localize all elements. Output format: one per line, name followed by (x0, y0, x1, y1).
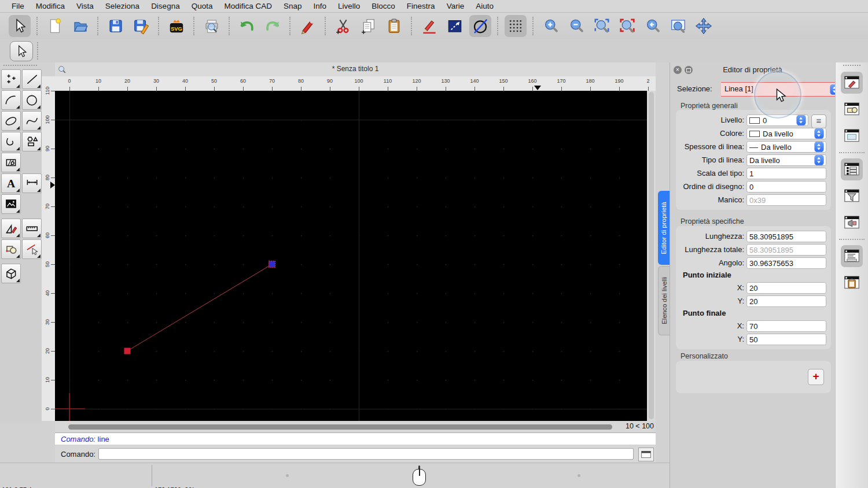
drawing-canvas[interactable] (55, 91, 647, 421)
input-y[interactable]: 20 (746, 295, 826, 307)
library-browser-panel-toggle[interactable] (841, 125, 863, 147)
tool-ellipse-button[interactable] (1, 111, 21, 131)
line-end-reference-point[interactable] (269, 261, 275, 268)
tool-image-button[interactable] (1, 194, 21, 214)
layer-list-panel-toggle[interactable] (841, 158, 863, 180)
stepper-icon[interactable] (815, 128, 823, 138)
add-custom-property-button[interactable]: + (808, 369, 824, 385)
input-x[interactable]: 70 (746, 320, 826, 332)
menu-livello[interactable]: Livello (332, 0, 366, 13)
zoom-in-button[interactable] (540, 15, 562, 37)
tab-property-editor[interactable]: Editor di proprietà (658, 191, 670, 265)
undo-button[interactable] (236, 15, 258, 37)
svg-export-button[interactable]: SVG (165, 15, 187, 37)
custom-properties-group: + (676, 361, 831, 393)
command-input[interactable] (98, 448, 634, 460)
vertical-scrollbar-thumb[interactable] (649, 92, 654, 419)
menu-disegna[interactable]: Disegna (145, 0, 186, 13)
tool-arc-button[interactable] (1, 90, 21, 110)
input-ordine-di-disegno[interactable]: 0 (746, 181, 826, 193)
eraser-button[interactable] (297, 15, 319, 37)
selected-line-entity[interactable] (127, 264, 272, 351)
zoom-out-button[interactable] (565, 15, 587, 37)
input-lunghezza[interactable]: 58.30951895 (746, 231, 826, 242)
view-list-panel-toggle[interactable] (841, 212, 863, 234)
combo-colore[interactable]: Da livello (746, 128, 826, 139)
horizontal-scrollbar[interactable] (55, 421, 656, 432)
menu-aiuto[interactable]: Aiuto (470, 0, 499, 13)
tool-spline-button[interactable] (22, 111, 42, 131)
combo-tipo-di-linea[interactable]: Da livello (746, 154, 826, 166)
cut-button[interactable] (332, 15, 354, 37)
pan-button[interactable] (693, 15, 715, 37)
interrupt-button[interactable] (469, 15, 491, 37)
menu-modifica[interactable]: Modifica (30, 0, 71, 13)
tool-edit-entity-button[interactable] (22, 239, 42, 259)
print-preview-button[interactable] (201, 15, 223, 37)
input-x[interactable]: 20 (746, 282, 826, 294)
selection-filter-panel-toggle[interactable] (841, 185, 863, 207)
tool-dimension-button[interactable] (22, 173, 42, 193)
menu-snap[interactable]: Snap (278, 0, 308, 13)
open-file-button[interactable] (69, 15, 91, 37)
tool-polygon-button[interactable] (22, 132, 42, 151)
paste-button[interactable] (383, 15, 405, 37)
tool-circle-button[interactable] (22, 90, 42, 110)
command-window-toggle-button[interactable] (638, 448, 654, 461)
stepper-icon[interactable] (815, 142, 823, 151)
save-button[interactable] (105, 15, 127, 37)
zoom-auto-button[interactable] (591, 15, 613, 37)
zoom-previous-button[interactable] (642, 15, 664, 37)
new-file-button[interactable] (44, 15, 66, 37)
selection-dropdown[interactable]: Linea [1] (721, 82, 841, 97)
input-manico[interactable]: 0x39 (746, 194, 826, 206)
input-lunghezza-totale[interactable]: 58.30951895 (746, 244, 826, 256)
copy-button[interactable] (358, 15, 380, 37)
tool-points-button[interactable] (1, 69, 21, 89)
edit-selection-button[interactable] (444, 15, 466, 37)
combo-livello[interactable]: 0 (746, 114, 808, 126)
tool-block-button[interactable] (1, 239, 21, 259)
layer-menu-button[interactable]: ≡ (811, 114, 826, 128)
draw-order-button[interactable] (418, 15, 440, 37)
menu-varie[interactable]: Varie (441, 0, 470, 13)
stepper-icon[interactable] (815, 155, 823, 165)
input-y[interactable]: 50 (746, 334, 826, 345)
selection-mode-button[interactable] (10, 41, 33, 61)
redo-button[interactable] (262, 15, 284, 37)
tool-modify-button[interactable] (1, 219, 21, 238)
menu-vista[interactable]: Vista (71, 0, 100, 13)
input-angolo[interactable]: 30.96375653 (746, 257, 826, 269)
block-list-panel-toggle[interactable] (841, 98, 863, 120)
tab-layer-list[interactable]: Elenco dei livelli (658, 266, 670, 335)
menu-file[interactable]: File (6, 0, 30, 13)
zoom-selection-button[interactable] (616, 15, 638, 37)
v-ruler-tick (51, 264, 55, 265)
tool-polyline-button[interactable] (1, 132, 21, 151)
menu-blocco[interactable]: Blocco (366, 0, 401, 13)
menu-info[interactable]: Info (308, 0, 333, 13)
horizontal-scrollbar-thumb[interactable] (68, 424, 612, 430)
property-editor-panel-toggle[interactable] (841, 72, 863, 94)
stepper-icon[interactable] (797, 115, 806, 125)
input-value: 58.30951895 (749, 246, 793, 254)
save-as-button[interactable] (130, 15, 152, 37)
tool-hatch-button[interactable] (1, 153, 21, 172)
grid-toggle-button[interactable] (505, 15, 527, 37)
clipboard-panel-toggle[interactable] (841, 272, 863, 294)
tool-measure-button[interactable] (22, 219, 42, 238)
input-scala-del-tipo[interactable]: 1 (746, 168, 826, 179)
tool-text-button[interactable]: A (1, 173, 21, 193)
tool-solid-button[interactable] (1, 264, 21, 283)
menu-finestra[interactable]: Finestra (401, 0, 441, 13)
zoom-window-button[interactable] (667, 15, 689, 37)
combo-spessore-di-linea[interactable]: Da livello (746, 141, 826, 153)
tool-line-button[interactable] (22, 69, 42, 89)
line-start-reference-point[interactable] (124, 348, 131, 354)
pointer-button[interactable] (9, 15, 31, 37)
menu-seleziona[interactable]: Seleziona (100, 0, 145, 13)
command-line-panel-toggle[interactable] (841, 245, 863, 267)
menu-modifica-cad[interactable]: Modifica CAD (218, 0, 278, 13)
vertical-scrollbar[interactable] (647, 91, 656, 421)
menu-quota[interactable]: Quota (186, 0, 219, 13)
